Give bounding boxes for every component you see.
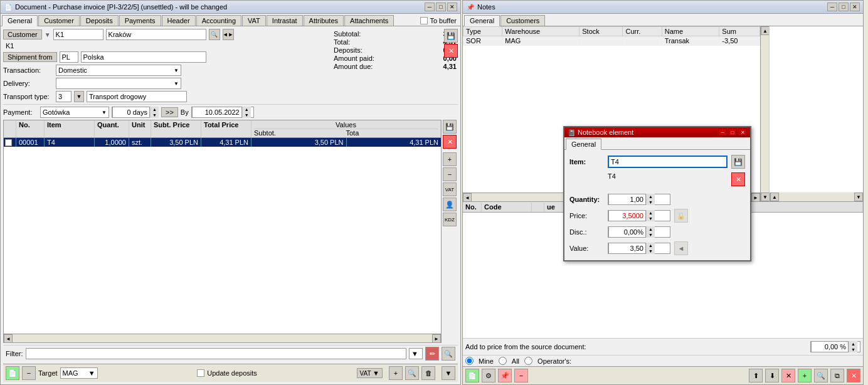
rb-green-plus[interactable]: + bbox=[798, 369, 812, 382]
modal-disc-spinner[interactable]: ▲ ▼ bbox=[608, 226, 670, 238]
filter-search-button[interactable]: 🔍 bbox=[442, 347, 455, 361]
rb-btn-minus[interactable]: − bbox=[514, 369, 528, 382]
date-spin-up[interactable]: ▲ bbox=[242, 107, 251, 112]
rb-download[interactable]: ⬇ bbox=[765, 369, 779, 382]
modal-price-input[interactable] bbox=[608, 210, 646, 221]
modal-lock-button[interactable]: 🔒 bbox=[674, 209, 688, 223]
scroll-left-button[interactable]: ◄ bbox=[4, 334, 13, 343]
to-buffer-checkbox[interactable] bbox=[420, 17, 428, 24]
right-scroll-up[interactable]: ▲ bbox=[770, 192, 779, 201]
rb-btn-3[interactable]: 📌 bbox=[498, 369, 512, 382]
table-minus-button[interactable]: − bbox=[443, 167, 457, 181]
table-person-button[interactable]: 👤 bbox=[443, 198, 457, 211]
row-checkbox[interactable] bbox=[5, 139, 12, 146]
tab-attributes[interactable]: Attributes bbox=[304, 15, 344, 26]
pct-spinner[interactable]: ▲ ▼ bbox=[810, 341, 860, 352]
minimize-button[interactable]: ─ bbox=[425, 3, 435, 11]
table-plus-button[interactable]: + bbox=[443, 152, 457, 166]
rb-search[interactable]: 🔍 bbox=[814, 369, 828, 382]
tab-vat[interactable]: VAT bbox=[242, 15, 266, 26]
tab-intrastat[interactable]: Intrastat bbox=[267, 15, 303, 26]
notes-scroll-down[interactable]: ▼ bbox=[761, 192, 770, 201]
country-code-input[interactable] bbox=[60, 51, 78, 63]
radio-mine[interactable] bbox=[465, 357, 474, 365]
radio-operators[interactable] bbox=[524, 357, 532, 365]
payment-days-input[interactable] bbox=[112, 107, 150, 118]
table-vat-button[interactable]: VAT bbox=[443, 182, 457, 196]
update-deposits-checkbox[interactable] bbox=[197, 369, 204, 377]
tab-customer[interactable]: Customer bbox=[38, 15, 80, 26]
scroll-right-button[interactable]: ► bbox=[432, 334, 441, 343]
customer-search-button[interactable]: 🔍 bbox=[209, 29, 220, 40]
rb-upload[interactable]: ⬆ bbox=[749, 369, 763, 382]
table-barcode-button[interactable]: KDZ bbox=[443, 213, 457, 226]
date-spin-down[interactable]: ▼ bbox=[242, 112, 251, 118]
payment-date-spinner[interactable]: ▲ ▼ bbox=[191, 107, 254, 118]
qty-down[interactable]: ▼ bbox=[646, 199, 655, 205]
search-button[interactable]: 🔍 bbox=[405, 366, 419, 380]
customer-code-input[interactable] bbox=[53, 29, 103, 40]
customer-city-input[interactable] bbox=[106, 29, 206, 40]
right-close-button[interactable]: ✕ bbox=[850, 3, 860, 11]
rb-add-green[interactable]: 📄 bbox=[465, 369, 479, 382]
remove-row-button[interactable]: 🗑 bbox=[421, 366, 435, 380]
notes-scroll-left[interactable]: ◄ bbox=[463, 193, 472, 201]
disc-down[interactable]: ▼ bbox=[646, 232, 655, 238]
modal-quantity-input[interactable] bbox=[608, 194, 646, 205]
notes-table-row[interactable]: SOR MAG Transak -3,50 bbox=[463, 36, 760, 46]
customer-nav-button[interactable]: ◄► bbox=[223, 29, 234, 40]
value-down[interactable]: ▼ bbox=[646, 248, 655, 254]
modal-close[interactable]: ✕ bbox=[738, 129, 747, 136]
modal-quantity-spinner[interactable]: ▲ ▼ bbox=[608, 194, 670, 205]
modal-item-input[interactable] bbox=[608, 156, 728, 168]
table-save-button[interactable]: 💾 bbox=[443, 120, 457, 134]
right-scroll-down[interactable]: ▼ bbox=[854, 192, 863, 201]
transport-desc-input[interactable] bbox=[87, 91, 187, 102]
shipment-from-button[interactable]: Shipment from bbox=[3, 52, 57, 62]
days-spin-up[interactable]: ▲ bbox=[150, 107, 159, 112]
modal-maximize[interactable]: □ bbox=[728, 129, 737, 136]
notes-scroll-up[interactable]: ▲ bbox=[761, 26, 770, 35]
tab-general[interactable]: General bbox=[2, 15, 38, 26]
tab-accounting[interactable]: Accounting bbox=[196, 15, 241, 26]
days-spin-down[interactable]: ▼ bbox=[150, 112, 159, 118]
target-dropdown[interactable]: MAG ▼ bbox=[60, 367, 98, 379]
pct-spin-up[interactable]: ▲ bbox=[849, 341, 857, 347]
filter-dropdown[interactable]: ▼ bbox=[409, 348, 423, 359]
transport-spin[interactable]: ▼ bbox=[74, 91, 84, 102]
modal-save-button[interactable]: 💾 bbox=[731, 155, 745, 169]
price-down[interactable]: ▼ bbox=[646, 216, 655, 221]
delivery-dropdown[interactable]: ▼ bbox=[56, 78, 181, 89]
modal-price-spinner[interactable]: ▲ ▼ bbox=[608, 210, 670, 221]
tab-header[interactable]: Header bbox=[162, 15, 196, 26]
price-up[interactable]: ▲ bbox=[646, 210, 655, 216]
table-row[interactable]: 00001 T4 1,0000 szt. 3,50 PLN 4,31 PLN 3… bbox=[4, 138, 441, 147]
notes-scroll-right[interactable]: ► bbox=[751, 193, 760, 201]
value-up[interactable]: ▲ bbox=[646, 243, 655, 248]
payment-method-dropdown[interactable]: Gotówka ▼ bbox=[40, 107, 109, 118]
pct-spin-down[interactable]: ▼ bbox=[849, 347, 857, 352]
td-check[interactable] bbox=[4, 138, 16, 147]
payment-days-spinner[interactable]: ▲ ▼ bbox=[112, 107, 159, 118]
save-action-button[interactable]: 💾 bbox=[444, 29, 458, 43]
pct-input[interactable] bbox=[811, 341, 849, 352]
table-delete-button[interactable]: ✕ bbox=[443, 135, 457, 149]
filter-edit-button[interactable]: ✏ bbox=[425, 347, 439, 361]
filter-input[interactable] bbox=[26, 348, 407, 359]
qty-up[interactable]: ▲ bbox=[646, 194, 655, 199]
customer-button[interactable]: Customer bbox=[3, 29, 42, 40]
payment-date-input[interactable] bbox=[192, 107, 242, 118]
tab-deposits[interactable]: Deposits bbox=[80, 15, 119, 26]
payment-forward-button[interactable]: >> bbox=[161, 107, 178, 117]
modal-value-input[interactable] bbox=[608, 243, 646, 254]
table-scrollbar-h[interactable]: ◄ ► bbox=[4, 334, 441, 342]
right-minimize-button[interactable]: ─ bbox=[827, 3, 837, 11]
right-maximize-button[interactable]: □ bbox=[839, 3, 849, 11]
maximize-button[interactable]: □ bbox=[436, 3, 446, 11]
radio-all[interactable] bbox=[499, 357, 507, 365]
delete-action-button[interactable]: ✕ bbox=[444, 44, 458, 58]
right-tab-general[interactable]: General bbox=[464, 15, 500, 26]
rb-copy[interactable]: ⧉ bbox=[830, 369, 844, 382]
modal-delete-button[interactable]: ✕ bbox=[731, 172, 745, 186]
notes-scrollbar-v[interactable]: ▲ ▼ bbox=[760, 26, 769, 201]
